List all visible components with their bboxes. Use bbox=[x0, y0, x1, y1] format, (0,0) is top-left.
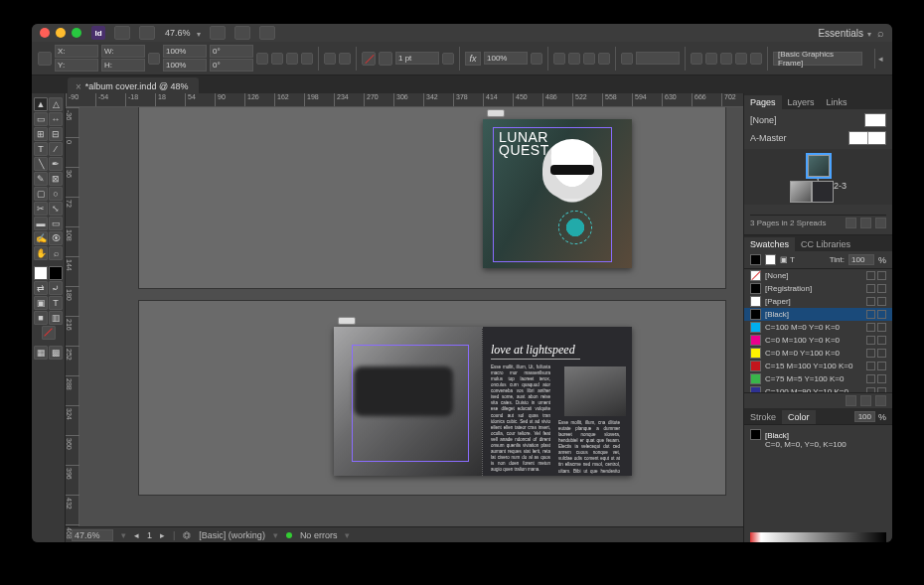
scale-y-field[interactable]: 100% bbox=[163, 59, 207, 72]
view-options-icon[interactable] bbox=[210, 26, 226, 40]
content-placer-tool[interactable]: ⊟ bbox=[49, 127, 63, 141]
tab-links[interactable]: Links bbox=[821, 95, 853, 109]
search-icon[interactable]: ⌕ bbox=[877, 27, 884, 39]
flip-vertical-icon[interactable] bbox=[301, 53, 313, 65]
panel-toggle-icon[interactable]: ◂ bbox=[874, 49, 886, 69]
chevron-down-icon[interactable] bbox=[197, 28, 201, 39]
tab-pages[interactable]: Pages bbox=[744, 95, 782, 109]
note-tool[interactable]: ✍ bbox=[34, 231, 48, 245]
reference-point-icon[interactable] bbox=[38, 52, 52, 66]
tab-cc-libraries[interactable]: CC Libraries bbox=[795, 237, 856, 251]
master-a-label[interactable]: A-Master bbox=[750, 133, 787, 143]
color-tint-field[interactable]: 100 bbox=[854, 411, 875, 422]
effects-icon[interactable]: fx bbox=[465, 52, 481, 66]
width-field[interactable]: W: bbox=[101, 45, 145, 58]
window-close-button[interactable] bbox=[40, 28, 50, 38]
normal-view-mode-icon[interactable]: ▦ bbox=[34, 346, 48, 360]
bridge-icon[interactable] bbox=[114, 26, 130, 40]
direct-selection-tool[interactable]: △ bbox=[49, 97, 63, 111]
album-title-text[interactable]: LUNAR QUEST bbox=[499, 131, 549, 158]
scissors-tool[interactable]: ✂ bbox=[34, 202, 48, 216]
apply-gradient-icon[interactable]: ▥ bbox=[49, 311, 63, 325]
horizontal-ruler[interactable]: -90-54-181854901261621982342703063423784… bbox=[66, 93, 743, 107]
height-field[interactable]: H: bbox=[101, 59, 145, 72]
swap-fill-stroke-icon[interactable]: ⤾ bbox=[49, 281, 63, 295]
selection-tool[interactable]: ▲ bbox=[34, 97, 48, 111]
rectangle-tool[interactable]: ▢ bbox=[34, 187, 48, 201]
page-2-artwork[interactable] bbox=[334, 327, 483, 476]
master-none-thumb[interactable] bbox=[864, 113, 886, 127]
constrain-proportions-icon[interactable] bbox=[148, 53, 160, 65]
type-on-path-tool[interactable]: ⁄ bbox=[49, 142, 63, 156]
page-thumb-1[interactable]: 1 bbox=[808, 155, 830, 177]
stroke-weight-field[interactable]: 1 pt bbox=[395, 52, 439, 65]
pasteboard[interactable]: LUNAR QUEST bbox=[79, 107, 743, 526]
flip-horizontal-icon[interactable] bbox=[286, 53, 298, 65]
zoom-level-display[interactable]: 47.6% bbox=[165, 28, 191, 38]
ellipse-tool[interactable]: ○ bbox=[49, 187, 63, 201]
spread-1[interactable]: LUNAR QUEST bbox=[139, 107, 725, 288]
swatch-row[interactable]: [Black] bbox=[744, 308, 892, 321]
color-fill-proxy-icon[interactable] bbox=[750, 429, 761, 440]
swatch-row[interactable]: C=0 M=0 Y=100 K=0 bbox=[744, 347, 892, 360]
window-zoom-button[interactable] bbox=[72, 28, 81, 38]
rotate-90-ccw-icon[interactable] bbox=[271, 53, 283, 65]
new-swatch-icon[interactable] bbox=[860, 395, 871, 406]
swatch-row[interactable]: C=100 M=0 Y=0 K=0 bbox=[744, 321, 892, 334]
edit-page-size-icon[interactable] bbox=[846, 218, 856, 228]
master-a-thumb[interactable] bbox=[848, 131, 886, 145]
spread-heading[interactable]: love at lightspeed bbox=[491, 343, 575, 358]
tab-swatches[interactable]: Swatches bbox=[744, 237, 795, 251]
fit-content-icon[interactable] bbox=[691, 53, 702, 65]
close-tab-icon[interactable]: × bbox=[76, 81, 81, 92]
spread-2[interactable]: love at lightspeed Esse mollit, illum, U… bbox=[139, 301, 725, 495]
preflight-profile[interactable]: [Basic] (working) bbox=[199, 530, 265, 540]
screen-mode-icon[interactable] bbox=[234, 26, 250, 40]
fit-proportional-icon[interactable] bbox=[720, 53, 732, 65]
corner-options-icon[interactable] bbox=[621, 53, 633, 65]
new-page-icon[interactable] bbox=[860, 218, 871, 228]
open-indicator-icon[interactable]: ⏣ bbox=[183, 530, 191, 540]
page-number-field[interactable]: 1 bbox=[147, 530, 152, 540]
pencil-tool[interactable]: ✎ bbox=[34, 172, 48, 186]
stroke-style-icon[interactable] bbox=[442, 53, 454, 65]
tab-color[interactable]: Color bbox=[782, 410, 816, 424]
formatting-container-icon[interactable]: ▣ bbox=[34, 296, 48, 310]
rotate-90-cw-icon[interactable] bbox=[256, 53, 268, 65]
text-wrap-shape-icon[interactable] bbox=[583, 53, 595, 65]
scale-x-field[interactable]: 100% bbox=[163, 45, 207, 58]
y-position-field[interactable]: Y: bbox=[55, 59, 98, 72]
text-wrap-none-icon[interactable] bbox=[553, 53, 565, 65]
text-wrap-jump-icon[interactable] bbox=[598, 53, 610, 65]
drop-shadow-icon[interactable] bbox=[531, 53, 542, 65]
preflight-errors[interactable]: No errors bbox=[300, 530, 338, 540]
apply-color-icon[interactable]: ■ bbox=[34, 311, 48, 325]
swatch-row[interactable]: [Paper] bbox=[744, 295, 892, 308]
tint-field[interactable]: 100 bbox=[848, 254, 874, 265]
page-1-artwork[interactable]: LUNAR QUEST bbox=[483, 119, 632, 268]
delete-page-icon[interactable] bbox=[875, 218, 886, 228]
stroke-swatch-icon[interactable] bbox=[379, 52, 392, 66]
shear-field[interactable]: 0° bbox=[210, 59, 253, 72]
line-tool[interactable]: ╲ bbox=[34, 157, 48, 171]
color-spectrum[interactable] bbox=[750, 532, 886, 542]
eyedropper-tool[interactable]: ⦿ bbox=[49, 231, 63, 245]
page-thumb-2-3[interactable]: 2-3 bbox=[790, 181, 847, 203]
free-transform-tool[interactable]: ⤡ bbox=[49, 202, 63, 216]
arrange-documents-icon[interactable] bbox=[259, 26, 275, 40]
stroke-proxy-icon[interactable] bbox=[765, 254, 776, 265]
opacity-field[interactable]: 100% bbox=[484, 52, 528, 65]
gradient-swatch-tool[interactable]: ▬ bbox=[34, 217, 48, 230]
body-column-2[interactable]: Esse mollit, illum, cna dlitute eutate p… bbox=[558, 420, 620, 470]
preview-mode-icon[interactable]: ▩ bbox=[49, 346, 63, 360]
content-collector-tool[interactable]: ⊞ bbox=[34, 127, 48, 141]
body-column-1[interactable]: Esse mollit, illum, Ut, fullusta macro m… bbox=[491, 365, 550, 464]
apply-none-icon[interactable] bbox=[42, 326, 56, 340]
text-wrap-bounding-icon[interactable] bbox=[568, 53, 580, 65]
stroke-color-tool[interactable] bbox=[49, 266, 63, 280]
master-none-label[interactable]: [None] bbox=[750, 115, 777, 125]
page-nav-prev-icon[interactable]: ◂ bbox=[134, 530, 139, 540]
swatch-row[interactable]: C=75 M=5 Y=100 K=0 bbox=[744, 372, 892, 385]
default-fill-stroke-icon[interactable]: ⇄ bbox=[34, 281, 48, 295]
stock-icon[interactable] bbox=[139, 26, 155, 40]
